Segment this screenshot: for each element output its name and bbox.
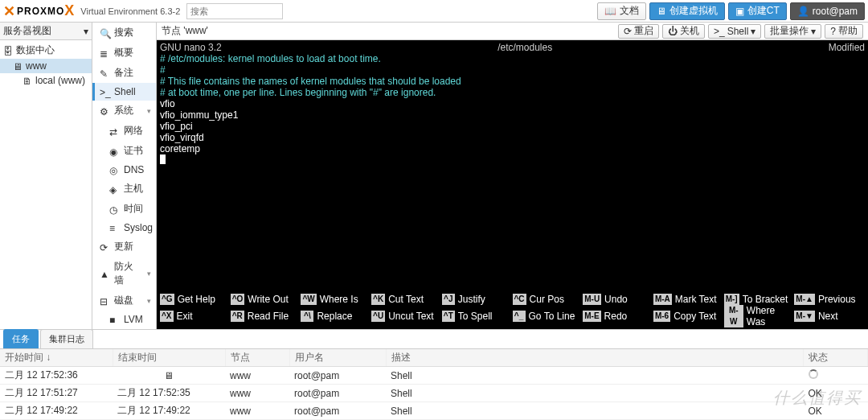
menu-label: 备注 — [114, 66, 133, 80]
create-vm-button[interactable]: 🖥创建虚拟机 — [649, 2, 725, 20]
col-start[interactable]: 开始时间 ↓ — [0, 349, 113, 367]
shell-dropdown[interactable]: >_Shell▾ — [708, 24, 761, 39]
help-button[interactable]: ?帮助 — [825, 24, 863, 39]
node-menu-panel: 🔍搜索≣概要✎备注>_Shell⚙系统▾⇄网络◉证书◎DNS◈主机◷时间≡Sys… — [92, 23, 157, 329]
task-row[interactable]: 二月 12 17:52:36🖥wwwroot@pamShell — [0, 367, 868, 385]
key-label: ^\ — [301, 311, 313, 322]
fire-icon: ▲ — [100, 269, 109, 278]
task-row[interactable]: 二月 12 17:49:22二月 12 17:49:22wwwroot@pamS… — [0, 402, 868, 420]
shortcut-write-out: ^OWrite Out — [231, 294, 301, 305]
node-icon: 🖥 — [13, 61, 23, 71]
shortcut-next: M-▼Next — [794, 305, 865, 327]
breadcrumb: 节点 'www' — [162, 24, 208, 38]
key-label: ^X — [160, 311, 174, 322]
key-label: ^T — [442, 311, 455, 322]
task-row[interactable]: 二月 12 17:51:27二月 12 17:52:35wwwroot@pamS… — [0, 385, 868, 402]
menu-item-dns[interactable]: ◎DNS — [92, 161, 156, 179]
tree-label: local (www) — [35, 75, 85, 86]
cert-icon: ◉ — [109, 146, 119, 156]
cell-status — [804, 367, 868, 385]
user-menu-button[interactable]: 👤root@pam — [790, 2, 865, 20]
menu-item--[interactable]: ▲防火墙▾ — [92, 257, 156, 290]
menu-label: 证书 — [124, 144, 143, 158]
shortcut-label: Go To Line — [529, 311, 575, 322]
menu-item-lvm-thin[interactable]: ■LVM-Thin — [92, 328, 156, 329]
col-status[interactable]: 状态 — [804, 349, 868, 367]
menu-item--[interactable]: ◈主机 — [92, 179, 156, 199]
shortcut-replace: ^\Replace — [301, 305, 371, 327]
view-selector[interactable]: 服务器视图 ▾ — [0, 23, 92, 40]
search-icon: 🔍 — [100, 28, 109, 38]
header-bar: ✕ PROXMO X Virtual Environment 6.3-2 📖文档… — [0, 0, 868, 23]
user-icon: 👤 — [797, 6, 809, 17]
create-ct-button[interactable]: ▣创建CT — [728, 2, 787, 20]
restart-button[interactable]: ⟳重启 — [618, 24, 659, 39]
editor-filename: /etc/modules — [222, 42, 829, 53]
bulk-actions-dropdown[interactable]: 批量操作▾ — [764, 24, 821, 39]
col-desc[interactable]: 描述 — [386, 349, 804, 367]
cell-status: OK — [804, 385, 868, 402]
cell-node: www — [225, 385, 289, 402]
shortcut-where-is: ^WWhere Is — [301, 294, 371, 305]
key-label: ^G — [160, 294, 174, 305]
time-icon: ◷ — [109, 204, 119, 214]
key-label: M-A — [653, 294, 672, 305]
menu-item--[interactable]: ◉证书 — [92, 141, 156, 161]
menu-label: 时间 — [124, 202, 143, 216]
global-search-input[interactable] — [186, 3, 283, 19]
shutdown-button[interactable]: ⏻关机 — [662, 24, 705, 39]
cell-user: root@pam — [289, 367, 386, 385]
cell-user: root@pam — [289, 402, 386, 420]
menu-item--[interactable]: 🔍搜索 — [92, 23, 156, 43]
shortcut-label: Replace — [317, 311, 352, 322]
task-table: 开始时间 ↓ 结束时间 节点 用户名 描述 状态 二月 12 17:52:36🖥… — [0, 349, 868, 420]
col-end[interactable]: 结束时间 — [113, 349, 225, 367]
col-user[interactable]: 用户名 — [289, 349, 386, 367]
col-node[interactable]: 节点 — [225, 349, 289, 367]
menu-item--[interactable]: ⚙系统▾ — [92, 101, 156, 121]
version-label: Virtual Environment 6.3-2 — [80, 6, 180, 16]
tree-label: 数据中心 — [16, 43, 55, 57]
menu-item-lvm[interactable]: ■LVM — [92, 311, 156, 328]
menu-label: 更新 — [114, 240, 133, 253]
terminal-line: # /etc/modules: kernel modules to load a… — [160, 53, 865, 64]
shortcut-exit: ^XExit — [160, 305, 231, 327]
tree-item-www[interactable]: 🖥www — [0, 59, 92, 73]
menu-item--[interactable]: ≣概要 — [92, 43, 156, 63]
shortcut-where-was: M-WWhere Was — [724, 305, 795, 327]
terminal-icon: >_ — [714, 26, 725, 37]
cell-end: 二月 12 17:49:22 — [113, 402, 225, 420]
tree-item-local-www-[interactable]: 🗎local (www) — [0, 73, 92, 88]
spinner-icon — [809, 369, 818, 379]
shortcut-label: Cut Text — [388, 294, 424, 305]
menu-item--[interactable]: ⇄网络 — [92, 121, 156, 141]
docs-button[interactable]: 📖文档 — [597, 2, 646, 20]
shell-icon: >_ — [100, 87, 109, 97]
tree-item--[interactable]: 🗄数据中心 — [0, 42, 92, 59]
tab-cluster-log[interactable]: 集群日志 — [40, 329, 93, 348]
key-label: ^K — [371, 294, 385, 305]
menu-item--[interactable]: ⊟磁盘▾ — [92, 290, 156, 311]
key-label: M-▲ — [794, 294, 815, 305]
key-label: M-] — [724, 294, 739, 305]
chevron-down-icon: ▾ — [147, 270, 151, 278]
shortcut-cur-pos: ^CCur Pos — [513, 294, 583, 305]
menu-item--[interactable]: ✎备注 — [92, 63, 156, 83]
logo-x2: X — [64, 2, 74, 19]
menu-item-syslog[interactable]: ≡Syslog — [92, 219, 156, 237]
shortcut-label: Write Out — [248, 294, 288, 305]
menu-item--[interactable]: ⟳更新 — [92, 237, 156, 257]
tab-tasks[interactable]: 任务 — [3, 329, 39, 348]
terminal-line: # This file contains the names of kernel… — [160, 76, 865, 87]
shortcut-label: To Spell — [458, 311, 493, 322]
key-label: ^U — [371, 311, 385, 322]
chevron-down-icon: ▾ — [147, 297, 151, 305]
menu-item-shell[interactable]: >_Shell — [92, 83, 156, 101]
shortcut-go-to-line: ^_Go To Line — [513, 305, 583, 327]
menu-item--[interactable]: ◷时间 — [92, 199, 156, 219]
datacenter-icon: 🗄 — [3, 46, 13, 56]
terminal[interactable]: GNU nano 3.2 /etc/modules Modified # /et… — [157, 40, 868, 329]
key-label: M-W — [724, 305, 743, 327]
shortcut-cut-text: ^KCut Text — [371, 294, 442, 305]
gear-icon: ⚙ — [100, 106, 109, 116]
